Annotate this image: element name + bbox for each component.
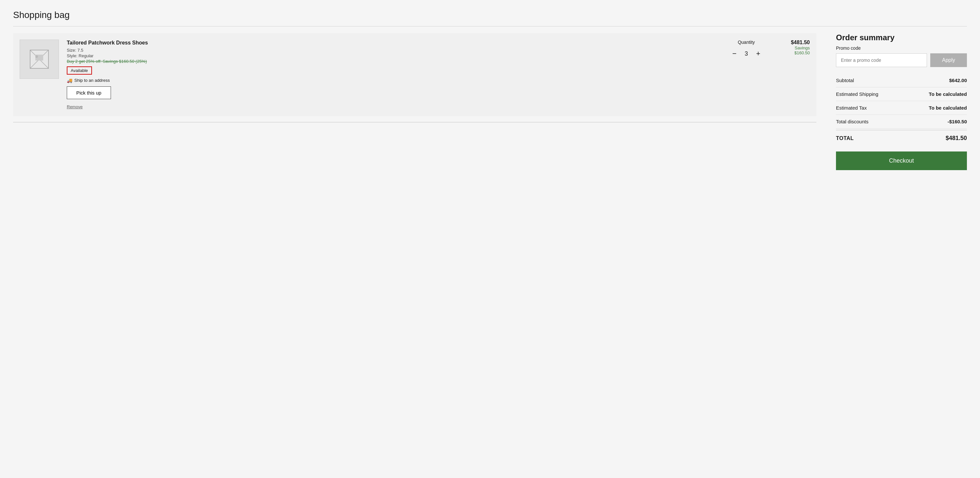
summary-row-subtotal: Subtotal $642.00 [836, 74, 967, 87]
quantity-label: Quantity [738, 40, 755, 45]
shipping-value: To be calculated [929, 91, 967, 97]
quantity-decrease-button[interactable]: − [730, 49, 738, 59]
ship-icon: 🚚 [67, 78, 72, 83]
subtotal-label: Subtotal [836, 78, 854, 83]
quantity-controls: − 3 + [730, 49, 762, 59]
header-divider [13, 26, 967, 27]
availability-badge: Available [67, 67, 92, 75]
order-summary: Order summary Promo code Apply Subtotal … [836, 33, 967, 170]
price-section: $481.50 Savings $160.50 [774, 40, 810, 55]
product-image [20, 40, 59, 79]
tax-label: Estimated Tax [836, 105, 867, 111]
summary-row-tax: Estimated Tax To be calculated [836, 101, 967, 115]
quantity-section: Quantity − 3 + [727, 40, 766, 59]
product-size: Size: 7.5 [67, 48, 719, 53]
page-title: Shopping bag [13, 10, 967, 20]
total-label: TOTAL [836, 135, 854, 141]
image-placeholder-icon [29, 49, 49, 69]
price-savings-label: Savings [795, 46, 810, 50]
cart-section: Tailored Patchwork Dress Shoes Size: 7.5… [13, 33, 816, 122]
main-layout: Tailored Patchwork Dress Shoes Size: 7.5… [13, 33, 967, 170]
price-savings-amount: $160.50 [794, 50, 810, 55]
price-main: $481.50 [791, 40, 810, 46]
checkout-button[interactable]: Checkout [836, 151, 967, 170]
summary-row-shipping: Estimated Shipping To be calculated [836, 87, 967, 101]
shipping-label: Estimated Shipping [836, 91, 878, 97]
summary-title: Order summary [836, 33, 967, 42]
cart-item: Tailored Patchwork Dress Shoes Size: 7.5… [13, 33, 816, 116]
apply-button[interactable]: Apply [930, 53, 967, 67]
promo-text: Buy 2 get 25% off: Savings $160.50 (25%) [67, 59, 719, 64]
tax-value: To be calculated [929, 105, 967, 111]
discounts-value: -$160.50 [948, 119, 967, 124]
svg-point-4 [35, 55, 38, 58]
quantity-increase-button[interactable]: + [754, 49, 762, 59]
summary-row-total: TOTAL $481.50 [836, 130, 967, 146]
quantity-value: 3 [742, 50, 750, 57]
ship-option: 🚚 Ship to an address [67, 78, 719, 83]
promo-label: Promo code [836, 46, 967, 51]
product-style: Style: Regular [67, 53, 719, 58]
product-info: Tailored Patchwork Dress Shoes Size: 7.5… [67, 40, 719, 110]
pickup-button[interactable]: Pick this up [67, 86, 111, 99]
summary-row-discounts: Total discounts -$160.50 [836, 115, 967, 129]
remove-button[interactable]: Remove [67, 104, 83, 109]
subtotal-value: $642.00 [949, 78, 967, 83]
product-name: Tailored Patchwork Dress Shoes [67, 40, 719, 46]
discounts-label: Total discounts [836, 119, 869, 124]
ship-option-label: Ship to an address [74, 78, 110, 83]
total-value: $481.50 [946, 135, 967, 142]
cart-bottom-divider [13, 122, 816, 122]
promo-code-input[interactable] [836, 53, 927, 67]
promo-row: Apply [836, 53, 967, 67]
